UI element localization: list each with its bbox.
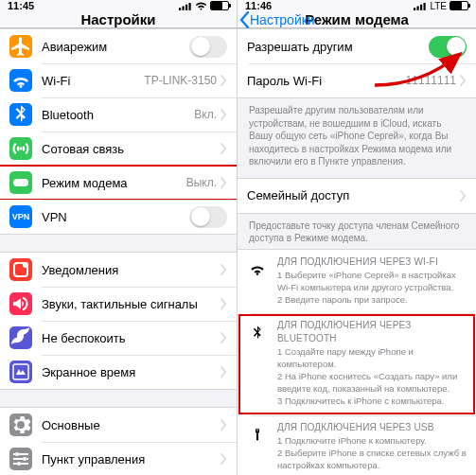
chevron-right-icon	[220, 264, 227, 275]
chevron-right-icon	[220, 75, 227, 86]
dnd-icon	[9, 326, 32, 349]
notifications-icon	[9, 258, 32, 281]
connect-step: 1 Создайте пару между iPhone и компьютер…	[277, 346, 467, 371]
row-detail: Выкл.	[186, 176, 217, 189]
general-icon	[9, 413, 32, 436]
settings-row-screentime[interactable]: Экранное время	[0, 355, 237, 389]
settings-row-cellular[interactable]: Сотовая связь	[0, 132, 237, 166]
settings-row-hotspot[interactable]: Режим модемаВыкл.	[0, 166, 237, 200]
settings-row-airplane[interactable]: Авиарежим	[0, 29, 237, 63]
control-icon	[9, 448, 32, 470]
wifi-password-value: 11111111	[406, 74, 456, 87]
svg-rect-13	[414, 8, 415, 10]
row-label: Пункт управления	[42, 452, 220, 466]
bluetooth-icon	[9, 103, 32, 126]
vpn-toggle[interactable]	[189, 206, 227, 228]
family-sharing-label: Семейный доступ	[247, 188, 460, 202]
chevron-right-icon	[220, 366, 227, 378]
navbar: Настройки Режим модема	[238, 11, 476, 28]
connect-usb: ДЛЯ ПОДКЛЮЧЕНИЯ ЧЕРЕЗ USB1 Подключите iP…	[238, 415, 476, 476]
airplane-toggle[interactable]	[189, 36, 227, 58]
connect-step: 2 Введите пароль при запросе.	[277, 294, 467, 307]
sounds-icon	[9, 292, 32, 315]
navbar: Настройки	[0, 11, 237, 28]
connect-text: ДЛЯ ПОДКЛЮЧЕНИЯ ЧЕРЕЗ WI-FI1 Выберите «i…	[277, 255, 467, 307]
row-label: Режим модема	[42, 176, 186, 190]
family-sharing-row[interactable]: Семейный доступ	[238, 179, 476, 213]
hotspot-note: Разрешайте другим пользователям или устр…	[238, 98, 476, 178]
back-button[interactable]: Настройки	[239, 11, 315, 28]
wifi-password-row[interactable]: Пароль Wi-Fi 11111111	[238, 63, 476, 97]
allow-others-toggle[interactable]	[429, 36, 467, 58]
wifi-icon	[195, 2, 207, 10]
airplane-icon	[9, 35, 32, 58]
signal-icon	[179, 2, 192, 10]
svg-rect-18	[256, 430, 257, 431]
cellular-icon	[9, 137, 32, 160]
settings-row-general[interactable]: Основные	[0, 408, 237, 442]
settings-group-notifications: УведомленияЗвуки, тактильные сигналыНе б…	[0, 252, 237, 390]
screentime-icon	[9, 361, 32, 383]
row-label: Основные	[42, 418, 220, 432]
settings-row-wifi[interactable]: Wi-FiTP-LINK-3150	[0, 63, 237, 97]
chevron-right-icon	[460, 190, 467, 202]
allow-others-label: Разрешать другим	[247, 40, 429, 54]
row-label: Wi-Fi	[42, 74, 144, 88]
row-label: Bluetooth	[42, 108, 194, 122]
battery-icon	[210, 1, 229, 10]
allow-others-row[interactable]: Разрешать другим	[238, 29, 476, 63]
svg-point-8	[23, 262, 28, 268]
settings-row-sounds[interactable]: Звуки, тактильные сигналы	[0, 287, 237, 321]
status-time: 11:46	[245, 0, 272, 11]
svg-point-11	[23, 457, 26, 461]
svg-rect-6	[17, 179, 25, 186]
chevron-right-icon	[220, 419, 227, 431]
carrier-label: LTE	[430, 1, 447, 11]
settings-row-notifications[interactable]: Уведомления	[0, 253, 237, 287]
signal-icon	[414, 2, 427, 10]
row-label: Не беспокоить	[42, 331, 220, 345]
wifi-icon	[247, 255, 268, 307]
row-label: VPN	[42, 210, 189, 224]
family-note: Предоставьте точку доступа членам Семейн…	[238, 214, 476, 249]
row-label: Экранное время	[42, 365, 220, 379]
connect-step: 2 Выберите iPhone в списке сетевых служб…	[277, 448, 467, 472]
page-title: Настройки	[80, 11, 155, 27]
chevron-right-icon	[220, 177, 227, 188]
row-label: Сотовая связь	[42, 142, 220, 156]
chevron-right-icon	[220, 298, 227, 309]
status-icons	[179, 1, 229, 10]
svg-rect-20	[256, 432, 258, 440]
row-label: Авиарежим	[42, 40, 189, 54]
settings-group-connectivity: АвиарежимWi-FiTP-LINK-3150BluetoothВкл.С…	[0, 28, 237, 235]
svg-rect-1	[183, 6, 185, 9]
connect-heading: ДЛЯ ПОДКЛЮЧЕНИЯ ЧЕРЕЗ USB	[277, 421, 467, 434]
status-icons: LTE	[414, 1, 468, 11]
chevron-right-icon	[220, 143, 227, 154]
settings-row-control[interactable]: Пункт управления	[0, 442, 237, 475]
settings-row-vpn[interactable]: VPNVPN	[0, 200, 237, 234]
chevron-left-icon	[239, 11, 250, 28]
battery-icon	[450, 1, 468, 10]
vpn-icon: VPN	[9, 205, 32, 228]
svg-rect-9	[13, 364, 28, 379]
svg-rect-0	[179, 8, 181, 10]
svg-point-10	[15, 452, 19, 456]
connect-text: ДЛЯ ПОДКЛЮЧЕНИЯ ЧЕРЕЗ USB1 Подключите iP…	[277, 421, 467, 472]
svg-rect-2	[185, 4, 187, 9]
connect-bt: ДЛЯ ПОДКЛЮЧЕНИЯ ЧЕРЕЗ BLUETOOTH1 Создайт…	[238, 313, 476, 414]
row-label: Уведомления	[42, 263, 220, 277]
row-label: Звуки, тактильные сигналы	[42, 297, 220, 311]
settings-row-dnd[interactable]: Не беспокоить	[0, 321, 237, 355]
settings-row-bluetooth[interactable]: BluetoothВкл.	[0, 97, 237, 132]
svg-rect-19	[257, 430, 258, 431]
svg-rect-14	[417, 6, 419, 9]
status-bar: 11:46 LTE	[238, 0, 476, 11]
svg-rect-15	[420, 4, 422, 9]
row-detail: Вкл.	[194, 108, 217, 121]
connect-heading: ДЛЯ ПОДКЛЮЧЕНИЯ ЧЕРЕЗ BLUETOOTH	[277, 319, 467, 344]
usb-icon	[247, 421, 268, 472]
hotspot-main-group: Разрешать другим Пароль Wi-Fi 11111111	[238, 28, 476, 98]
bt-icon	[247, 319, 268, 407]
connect-step: 2 На iPhone коснитесь «Создать пару» или…	[277, 371, 467, 396]
